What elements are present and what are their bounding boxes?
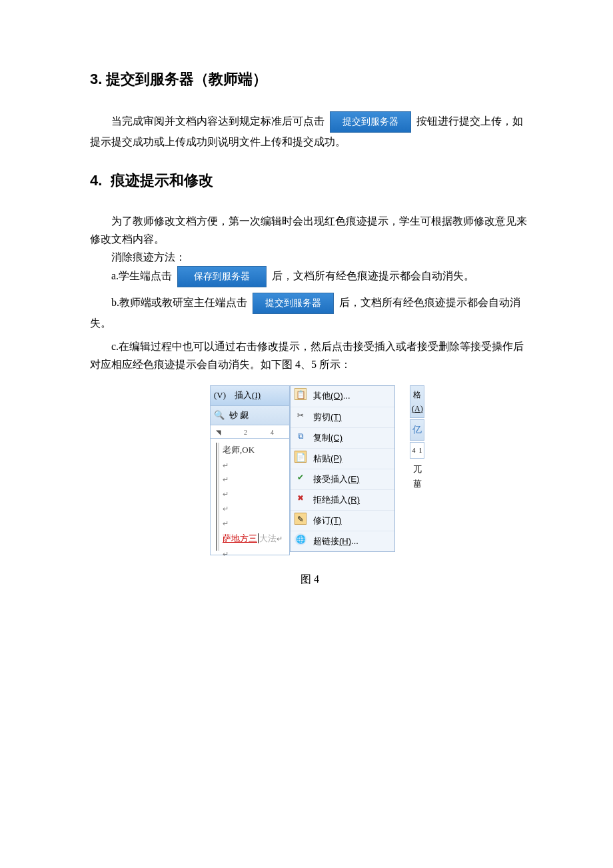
menu-bar: (V) 插入(I)	[210, 385, 290, 405]
heading-num: 4.	[90, 172, 102, 189]
figure-4-caption: 图 4	[90, 570, 530, 588]
clipboard-icon: 📋	[295, 388, 306, 400]
toolbar-icons[interactable]: 钞 觑	[229, 410, 249, 420]
reject-icon: ✖	[295, 492, 306, 504]
text: a.学生端点击	[111, 270, 172, 281]
section3-paragraph: 当完成审阅并文档内容达到规定标准后可点击 提交到服务器 按钮进行提交上传，如提示…	[90, 111, 530, 151]
method-b: b.教师端或教研室主任端点击 提交到服务器 后，文档所有经色痕迹提示都会自动消失…	[90, 293, 530, 332]
save-to-server-button[interactable]: 保存到服务器	[177, 266, 267, 287]
para-mark-icon: ↵	[223, 459, 283, 472]
globe-icon: 🌐	[295, 533, 306, 545]
ruler: ◥ 2 4	[210, 425, 290, 439]
section4-method-label: 消除痕迹方法：	[90, 248, 530, 266]
strip-nums: 4 1	[410, 442, 424, 459]
tracked-insert-text: 萨地方三	[223, 533, 257, 543]
context-menu: 📋 其他(O)... ✂ 剪切(T) ⧉ 复制(C) 📄 粘贴(P) ✔ 接受插…	[290, 385, 395, 552]
accept-icon: ✔	[295, 471, 306, 483]
heading-section-3: 3. 提交到服务器（教师端）	[90, 67, 530, 91]
ghost-text: 大法	[259, 533, 277, 543]
strip-ge[interactable]: 格(A)	[410, 385, 424, 418]
doc-text-ok: 老师,OK	[223, 445, 255, 455]
para-mark-icon: ↵	[223, 473, 283, 486]
text: b.教师端或教研室主任端点击	[111, 297, 247, 308]
word-window-left: (V) 插入(I) 🔍 钞 觑 ◥ 2 4 老师,OK ↵ ↵ ↵ ↵	[210, 385, 290, 555]
method-c: c.在编辑过程中也可以通过右击修改提示，然后点击接受插入或者接受删除等接受操作后…	[90, 337, 530, 373]
method-a: a.学生端点击 保存到服务器 后，文档所有经色痕迹提示都会自动消失。	[90, 266, 530, 287]
strip-wan: 兀菑	[410, 460, 424, 493]
menu-item-paste[interactable]: 📄 粘贴(P)	[291, 449, 394, 469]
menu-item-cut[interactable]: ✂ 剪切(T)	[291, 407, 394, 428]
para-mark-icon: ↵	[223, 488, 283, 501]
menu-item-accept-insert[interactable]: ✔ 接受插入(E)	[291, 469, 394, 490]
menu-view-key[interactable]: (V)	[214, 390, 226, 400]
revise-icon: ✎	[295, 513, 306, 525]
para-mark-icon: ↵	[223, 503, 283, 515]
text: 后，文档所有经色痕迹提示都会自动消失。	[272, 270, 474, 281]
heading-title: 提交到服务器（教师端）	[106, 71, 267, 87]
heading-title: 痕迹提示和修改	[111, 172, 213, 189]
menu-item-hyperlink[interactable]: 🌐 超链接(H)...	[291, 531, 394, 551]
para-mark-icon: ↵	[223, 548, 283, 561]
figure-4: (V) 插入(I) 🔍 钞 觑 ◥ 2 4 老师,OK ↵ ↵ ↵ ↵	[210, 385, 410, 555]
paste-icon: 📄	[295, 451, 306, 463]
right-strip: 格(A) 亿 4 1 兀菑	[410, 385, 424, 495]
document-body: 老师,OK ↵ ↵ ↵ ↵ ↵ 萨地方三大法↵ ↵	[210, 439, 290, 555]
heading-section-4: 4. 痕迹提示和修改	[90, 168, 530, 193]
copy-icon: ⧉	[295, 430, 306, 442]
menu-insert[interactable]: 插入(I)	[235, 390, 261, 400]
menu-item-other[interactable]: 📋 其他(O)...	[291, 386, 394, 407]
toolbar: 🔍 钞 觑	[210, 406, 290, 425]
ruler-2: 2	[244, 427, 247, 438]
ruler-4: 4	[271, 427, 274, 438]
section4-intro: 为了教师修改文档方便，第一次编辑时会出现红色痕迹提示，学生可根据教师修改意见来修…	[90, 212, 530, 248]
figure-4-wrap: (V) 插入(I) 🔍 钞 觑 ◥ 2 4 老师,OK ↵ ↵ ↵ ↵	[90, 385, 530, 588]
text: 当完成审阅并文档内容达到规定标准后可点击	[111, 115, 324, 127]
menu-item-copy[interactable]: ⧉ 复制(C)	[291, 428, 394, 449]
menu-item-revise[interactable]: ✎ 修订(T)	[291, 511, 394, 531]
scissors-icon: ✂	[295, 409, 306, 421]
strip-sym[interactable]: 亿	[410, 419, 424, 441]
submit-to-server-button-2[interactable]: 提交到服务器	[253, 293, 334, 314]
heading-num: 3.	[90, 71, 102, 87]
para-mark-icon: ↵	[223, 517, 283, 530]
menu-item-reject-insert[interactable]: ✖ 拒绝插入(R)	[291, 490, 394, 511]
submit-to-server-button[interactable]: 提交到服务器	[330, 111, 411, 133]
toolbar-magnifier-icon[interactable]: 🔍	[214, 410, 225, 420]
